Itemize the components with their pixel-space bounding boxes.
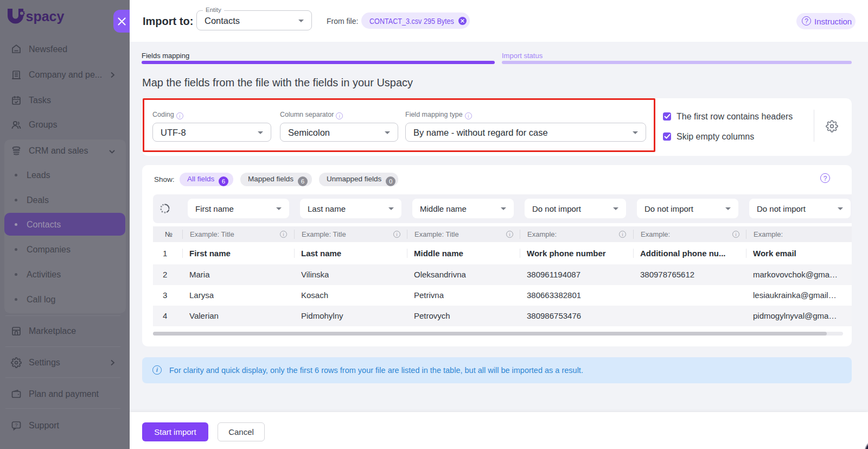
svg-text:spacy: spacy: [26, 9, 65, 24]
svg-text:?: ?: [15, 422, 17, 428]
